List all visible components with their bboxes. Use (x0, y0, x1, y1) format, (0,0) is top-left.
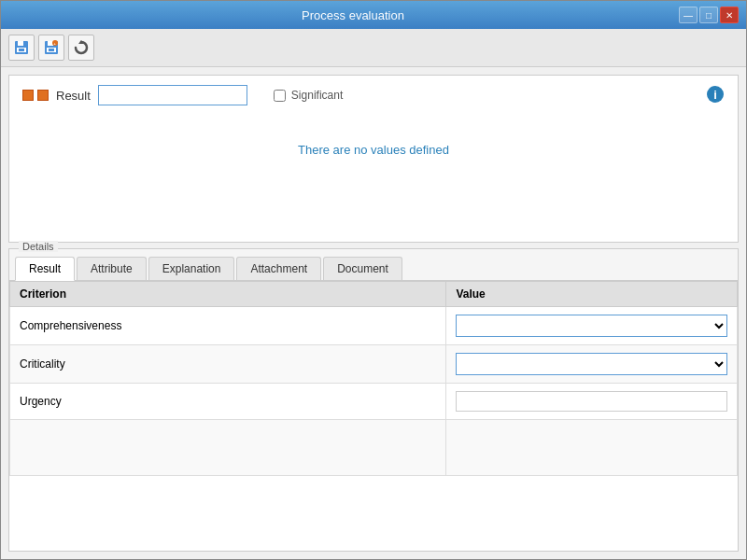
empty-cell-2 (446, 420, 738, 476)
svg-text:i: i (713, 88, 717, 102)
criticality-select[interactable] (456, 353, 727, 375)
table-row: Criticality (10, 345, 738, 384)
table-row: Comprehensiveness (10, 307, 738, 345)
tab-explanation[interactable]: Explanation (148, 257, 235, 280)
minimize-button[interactable]: — (679, 7, 698, 23)
close-button[interactable]: ✕ (720, 7, 739, 23)
tab-attachment[interactable]: Attachment (236, 257, 321, 280)
urgency-label: Urgency (10, 384, 446, 420)
criticality-label: Criticality (10, 345, 446, 384)
significant-checkbox[interactable] (274, 90, 286, 102)
save-button[interactable] (8, 35, 35, 61)
value-header: Value (446, 282, 738, 307)
comprehensiveness-value (446, 307, 738, 345)
result-label: Result (56, 89, 91, 103)
urgency-value (446, 384, 738, 420)
save-disk-icon (13, 39, 30, 56)
svg-rect-1 (18, 41, 23, 46)
refresh-button[interactable] (68, 35, 94, 61)
table-row: Urgency (10, 384, 738, 420)
comprehensiveness-label: Comprehensiveness (10, 307, 446, 345)
significant-label: Significant (291, 89, 343, 102)
result-panel: Result Significant There are no values d… (8, 75, 739, 243)
result-input[interactable] (98, 85, 247, 105)
main-window: Process evaluation — □ ✕ + Result Signif… (0, 0, 747, 560)
svg-rect-3 (19, 49, 24, 51)
title-bar: Process evaluation — □ ✕ (1, 1, 746, 29)
save-as-disk-icon: + (43, 39, 60, 56)
window-controls: — □ ✕ (679, 7, 739, 23)
no-values-message: There are no values defined (22, 143, 725, 157)
empty-cell-1 (10, 420, 446, 476)
refresh-arrow-icon (73, 39, 90, 56)
tab-content: Criterion Value Comprehensiveness (9, 281, 738, 551)
info-circle-icon: i (706, 85, 725, 104)
details-section: Details Result Attribute Explanation Att… (8, 248, 739, 552)
tab-attribute[interactable]: Attribute (77, 257, 147, 280)
result-icon (22, 90, 49, 101)
tab-document[interactable]: Document (323, 257, 402, 280)
toolbar: + (1, 29, 746, 67)
significant-row: Significant (274, 89, 343, 102)
criteria-table: Criterion Value Comprehensiveness (9, 281, 738, 476)
comprehensiveness-select[interactable] (456, 315, 727, 337)
criterion-header: Criterion (10, 282, 446, 307)
table-row-empty (10, 420, 738, 476)
svg-rect-7 (49, 49, 54, 51)
criticality-value (446, 345, 738, 384)
window-title: Process evaluation (27, 8, 679, 22)
table-header-row: Criterion Value (10, 282, 738, 307)
tab-result[interactable]: Result (15, 257, 75, 281)
result-row: Result Significant (22, 85, 725, 105)
urgency-input[interactable] (456, 391, 727, 412)
save-as-button[interactable]: + (38, 35, 64, 61)
main-content: Result Significant There are no values d… (1, 67, 746, 559)
info-button[interactable]: i (706, 85, 725, 108)
details-label: Details (19, 241, 58, 252)
tabs-bar: Result Attribute Explanation Attachment … (9, 249, 738, 281)
maximize-button[interactable]: □ (699, 7, 718, 23)
